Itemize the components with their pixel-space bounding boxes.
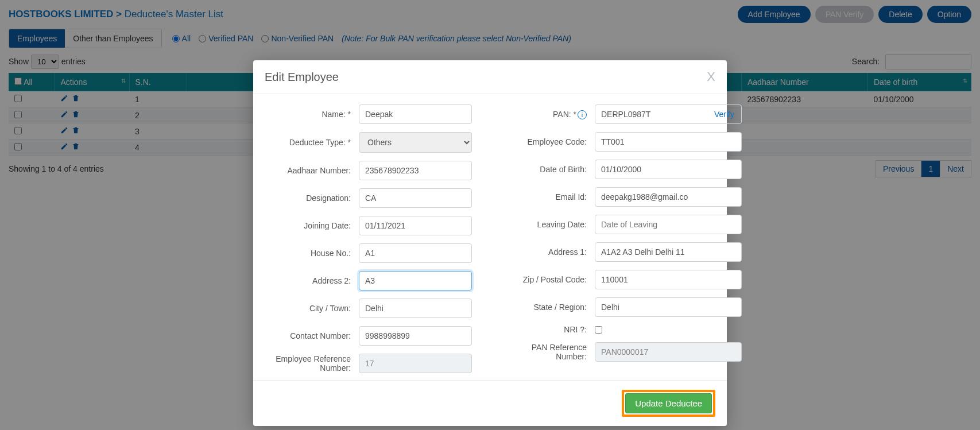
house-no-field[interactable] — [359, 243, 472, 263]
email-field[interactable] — [595, 187, 742, 207]
close-icon[interactable]: X — [707, 69, 715, 84]
emp-ref-field — [359, 354, 472, 373]
name-field[interactable] — [359, 104, 472, 124]
update-highlight: Update Deductee — [622, 390, 715, 417]
joining-date-field[interactable] — [359, 216, 472, 235]
zip-field[interactable] — [595, 270, 742, 289]
dob-field[interactable] — [595, 160, 742, 179]
aadhaar-field[interactable] — [359, 161, 472, 180]
designation-field[interactable] — [359, 188, 472, 208]
emp-code-field[interactable] — [595, 132, 742, 152]
pan-field[interactable] — [595, 105, 707, 123]
modal-title: Edit Employee — [265, 71, 339, 84]
nri-checkbox[interactable] — [595, 326, 602, 334]
address2-field[interactable] — [359, 271, 472, 290]
verify-link[interactable]: Verify — [707, 110, 741, 119]
update-deductee-button[interactable]: Update Deductee — [625, 393, 712, 413]
deductee-type-select[interactable]: Others — [359, 132, 472, 153]
edit-employee-modal: Edit Employee X Name: * Deductee Type: *… — [253, 60, 727, 426]
contact-field[interactable] — [359, 326, 472, 346]
city-field[interactable] — [359, 299, 472, 318]
info-icon[interactable]: i — [578, 110, 587, 119]
pan-wrap: Verify — [595, 104, 742, 124]
state-field[interactable] — [595, 297, 742, 317]
address1-field[interactable] — [595, 242, 742, 262]
modal-overlay: Edit Employee X Name: * Deductee Type: *… — [0, 0, 980, 430]
leaving-date-field[interactable] — [595, 215, 742, 234]
pan-ref-field — [595, 342, 742, 362]
